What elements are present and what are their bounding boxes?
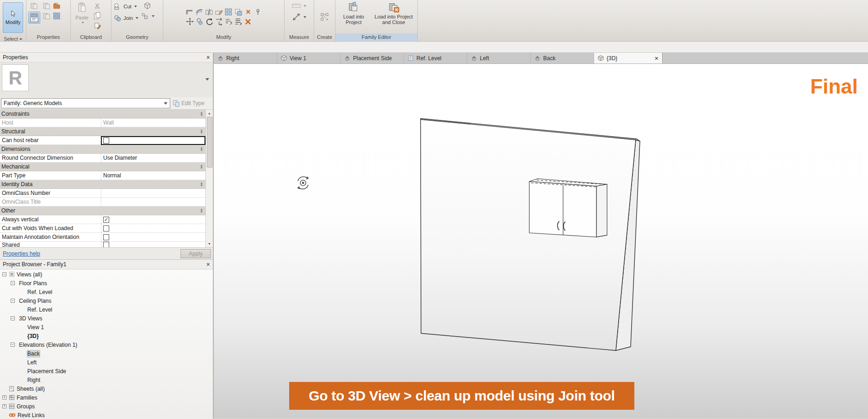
measure-button[interactable] bbox=[292, 13, 306, 21]
checkbox-unchecked[interactable] bbox=[103, 138, 109, 144]
load-into-project-and-close-button[interactable]: Load into Project and Close bbox=[372, 1, 415, 25]
view-tab-left[interactable]: Left bbox=[467, 53, 531, 63]
property-value[interactable]: Use Diameter bbox=[101, 154, 205, 163]
tree-item-elevations-elevation-1[interactable]: −Elevations (Elevation 1) bbox=[0, 340, 213, 349]
property-group-structural[interactable]: Structural∧∧ bbox=[0, 127, 205, 136]
properties-scrollbar[interactable]: ▲ ▼ bbox=[205, 110, 213, 247]
family-combo[interactable]: Family: Generic Models bbox=[1, 98, 170, 108]
collapse-chevrons-icon[interactable]: ∧∧ bbox=[200, 209, 203, 213]
tree-item-ceiling-plans[interactable]: −Ceiling Plans bbox=[0, 296, 213, 305]
property-group-other[interactable]: Other∧∧ bbox=[0, 206, 205, 215]
tree-item-3d-views[interactable]: −3D Views bbox=[0, 314, 213, 323]
expand-expander-icon[interactable]: + bbox=[2, 395, 6, 400]
paste-label[interactable]: Paste bbox=[75, 15, 88, 20]
collapse-chevrons-icon[interactable]: ∧∧ bbox=[200, 165, 203, 169]
properties-help-link[interactable]: Properties help bbox=[3, 250, 40, 257]
split-icon[interactable] bbox=[205, 7, 214, 16]
tree-item-ref-level[interactable]: Ref. Level bbox=[0, 305, 213, 314]
create-similar-icon[interactable] bbox=[319, 11, 331, 23]
type-preview[interactable]: R bbox=[0, 62, 213, 97]
property-value[interactable]: Normal bbox=[101, 171, 205, 180]
view-tab-back[interactable]: Back bbox=[531, 53, 594, 63]
grid-a-icon[interactable] bbox=[224, 7, 233, 16]
collapse-expander-icon[interactable]: − bbox=[11, 299, 15, 303]
ruler-button[interactable] bbox=[292, 1, 306, 10]
tree-item-3d[interactable]: {3D} bbox=[0, 331, 213, 340]
scroll-down-icon[interactable]: ▼ bbox=[206, 240, 213, 247]
properties-palette-icon[interactable] bbox=[28, 12, 40, 24]
wall-join-icon[interactable] bbox=[186, 7, 194, 16]
property-value[interactable] bbox=[101, 189, 205, 198]
list-a-icon[interactable] bbox=[224, 17, 233, 26]
tree-item-revit-links[interactable]: Revit Links bbox=[0, 411, 213, 419]
chevron-down-icon[interactable] bbox=[205, 78, 209, 81]
property-value[interactable] bbox=[101, 136, 205, 145]
copy-document-icon[interactable] bbox=[93, 12, 102, 20]
collapse-expander-icon[interactable]: − bbox=[11, 316, 15, 320]
rotate-icon[interactable] bbox=[205, 17, 214, 26]
checkbox-unchecked[interactable] bbox=[103, 225, 109, 231]
tree-item-groups[interactable]: +Groups bbox=[0, 402, 213, 411]
tree-item-placement-side[interactable]: Placement Side bbox=[0, 367, 213, 375]
pin-icon[interactable] bbox=[254, 7, 262, 16]
checkbox-checked[interactable]: ✓ bbox=[103, 217, 109, 223]
split-face-icon[interactable] bbox=[140, 12, 149, 20]
property-value[interactable]: Wall bbox=[101, 119, 205, 127]
modify-button[interactable]: Modify bbox=[3, 2, 23, 33]
property-value[interactable] bbox=[101, 233, 205, 242]
select-panel-label[interactable]: Select bbox=[0, 35, 26, 41]
cancel-small-icon[interactable] bbox=[244, 7, 253, 16]
copy-icon[interactable] bbox=[195, 17, 204, 26]
cabinet[interactable] bbox=[529, 179, 607, 237]
load-into-project-button[interactable]: Load into Project bbox=[337, 1, 370, 25]
expand-expander-icon[interactable]: + bbox=[2, 404, 6, 408]
checkbox-unchecked[interactable] bbox=[103, 242, 109, 247]
collapse-chevrons-icon[interactable]: ∧∧ bbox=[200, 182, 203, 186]
close-icon[interactable]: × bbox=[206, 54, 210, 61]
collapse-expander-icon[interactable]: − bbox=[11, 281, 15, 285]
view-tab-right[interactable]: Right bbox=[214, 53, 277, 63]
tree-item-floor-plans[interactable]: −Floor Plans bbox=[0, 279, 213, 288]
view-tab-view-1[interactable]: View 1 bbox=[277, 53, 341, 63]
family-types-icon[interactable] bbox=[30, 1, 39, 10]
drawing-canvas[interactable]: Final Go to 3D View > clean up model usi… bbox=[214, 64, 868, 419]
tree-item-ref-level[interactable]: Ref. Level bbox=[0, 288, 213, 296]
tree-item-views-all[interactable]: −Views (all) bbox=[0, 270, 213, 279]
property-value[interactable] bbox=[101, 224, 205, 233]
collapse-expander-icon[interactable]: − bbox=[2, 272, 6, 276]
cut-geometry-button[interactable]: Cut bbox=[113, 1, 137, 12]
property-value[interactable] bbox=[101, 242, 205, 247]
cope-icon[interactable] bbox=[195, 7, 204, 16]
apply-button[interactable]: Apply bbox=[180, 249, 211, 258]
property-group-identity-data[interactable]: Identity Data∧∧ bbox=[0, 180, 205, 189]
move-icon[interactable] bbox=[186, 17, 194, 26]
close-view-icon[interactable]: × bbox=[655, 55, 658, 62]
window-tiles-icon[interactable] bbox=[42, 12, 51, 20]
join-geometry-button[interactable]: Join bbox=[113, 13, 138, 23]
property-group-mechanical[interactable]: Mechanical∧∧ bbox=[0, 163, 205, 171]
checkbox-unchecked[interactable] bbox=[103, 234, 109, 240]
close-icon[interactable]: × bbox=[206, 261, 210, 268]
paste-icon[interactable] bbox=[76, 1, 88, 13]
align-icon[interactable] bbox=[215, 17, 223, 26]
family-category-icon[interactable] bbox=[42, 1, 51, 10]
property-group-constraints[interactable]: Constraints∧∧ bbox=[0, 110, 205, 119]
view-tab-ref-level[interactable]: Ref. Level bbox=[404, 53, 467, 63]
scissors-icon[interactable] bbox=[93, 1, 102, 10]
collapse-chevrons-icon[interactable]: ∧∧ bbox=[200, 112, 203, 116]
folder-icon[interactable] bbox=[52, 1, 61, 10]
tree-item-back[interactable]: Back bbox=[0, 349, 213, 358]
grid-b-icon[interactable] bbox=[234, 7, 243, 16]
collapse-expander-icon[interactable]: − bbox=[11, 343, 15, 347]
view-tab-3d[interactable]: {3D}× bbox=[594, 53, 663, 63]
collapse-chevrons-icon[interactable]: ∧∧ bbox=[200, 130, 203, 133]
delete-icon[interactable] bbox=[244, 17, 253, 26]
solid-cube-icon[interactable] bbox=[143, 1, 152, 10]
match-properties-brush-icon[interactable] bbox=[93, 22, 102, 31]
edit-split-icon[interactable] bbox=[215, 7, 223, 16]
view-tab-placement-side[interactable]: Placement Side bbox=[341, 53, 404, 63]
scroll-up-icon[interactable]: ▲ bbox=[206, 110, 213, 117]
tree-item-view-1[interactable]: View 1 bbox=[0, 323, 213, 331]
property-group-dimensions[interactable]: Dimensions∧∧ bbox=[0, 145, 205, 154]
blue-grid-icon[interactable] bbox=[52, 12, 61, 20]
